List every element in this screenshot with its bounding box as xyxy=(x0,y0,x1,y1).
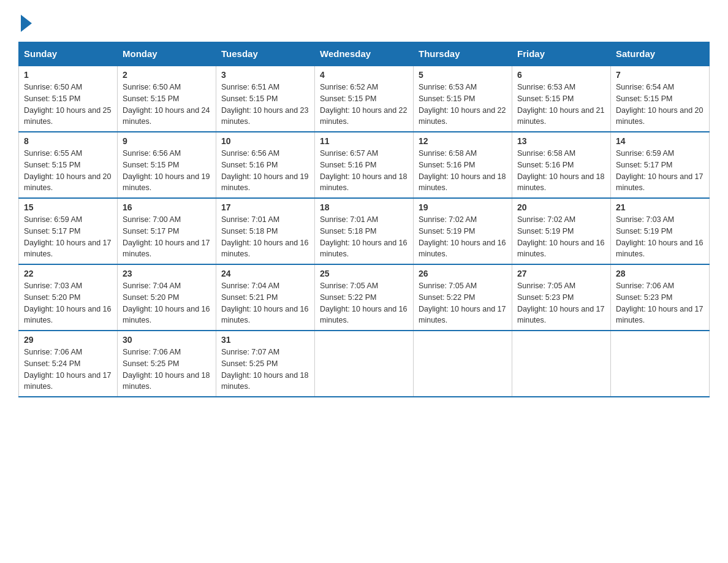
day-number: 25 xyxy=(320,269,408,278)
day-number: 11 xyxy=(320,136,408,146)
day-number: 9 xyxy=(123,136,211,146)
day-number: 1 xyxy=(24,70,112,80)
calendar-day-cell: 11 Sunrise: 6:57 AM Sunset: 5:16 PM Dayl… xyxy=(315,132,414,198)
day-number: 15 xyxy=(24,202,112,212)
calendar-week-row: 15 Sunrise: 6:59 AM Sunset: 5:17 PM Dayl… xyxy=(19,198,710,264)
calendar-day-cell: 23 Sunrise: 7:04 AM Sunset: 5:20 PM Dayl… xyxy=(118,264,216,331)
day-info: Sunrise: 6:58 AM Sunset: 5:16 PM Dayligh… xyxy=(517,148,605,194)
calendar-day-header: Tuesday xyxy=(216,42,315,66)
day-number: 29 xyxy=(24,335,112,345)
day-info: Sunrise: 7:02 AM Sunset: 5:19 PM Dayligh… xyxy=(419,214,507,260)
day-info: Sunrise: 7:01 AM Sunset: 5:18 PM Dayligh… xyxy=(320,214,408,260)
day-number: 4 xyxy=(320,70,408,80)
calendar-day-cell: 14 Sunrise: 6:59 AM Sunset: 5:17 PM Dayl… xyxy=(611,132,710,198)
day-info: Sunrise: 7:06 AM Sunset: 5:23 PM Dayligh… xyxy=(616,280,704,326)
calendar-week-row: 22 Sunrise: 7:03 AM Sunset: 5:20 PM Dayl… xyxy=(19,264,710,331)
calendar-day-cell: 3 Sunrise: 6:51 AM Sunset: 5:15 PM Dayli… xyxy=(216,66,315,132)
day-info: Sunrise: 6:51 AM Sunset: 5:15 PM Dayligh… xyxy=(221,82,309,128)
calendar-day-cell: 9 Sunrise: 6:56 AM Sunset: 5:15 PM Dayli… xyxy=(118,132,216,198)
calendar-day-cell: 1 Sunrise: 6:50 AM Sunset: 5:15 PM Dayli… xyxy=(19,66,118,132)
day-info: Sunrise: 6:54 AM Sunset: 5:15 PM Dayligh… xyxy=(616,82,704,128)
day-info: Sunrise: 6:50 AM Sunset: 5:15 PM Dayligh… xyxy=(123,82,211,128)
day-info: Sunrise: 7:06 AM Sunset: 5:25 PM Dayligh… xyxy=(123,347,211,393)
calendar-day-cell: 25 Sunrise: 7:05 AM Sunset: 5:22 PM Dayl… xyxy=(315,264,414,331)
day-info: Sunrise: 6:50 AM Sunset: 5:15 PM Dayligh… xyxy=(24,82,112,128)
day-number: 30 xyxy=(123,335,211,345)
calendar-day-cell: 20 Sunrise: 7:02 AM Sunset: 5:19 PM Dayl… xyxy=(512,198,611,264)
calendar-day-cell xyxy=(315,331,414,397)
day-number: 23 xyxy=(123,269,211,278)
day-number: 7 xyxy=(616,70,704,80)
day-number: 5 xyxy=(419,70,507,80)
day-info: Sunrise: 6:53 AM Sunset: 5:15 PM Dayligh… xyxy=(517,82,605,128)
day-info: Sunrise: 7:07 AM Sunset: 5:25 PM Dayligh… xyxy=(221,347,309,393)
calendar-day-header: Monday xyxy=(118,42,216,66)
day-info: Sunrise: 7:00 AM Sunset: 5:17 PM Dayligh… xyxy=(123,214,211,260)
day-number: 20 xyxy=(517,202,605,212)
calendar-day-cell: 7 Sunrise: 6:54 AM Sunset: 5:15 PM Dayli… xyxy=(611,66,710,132)
day-number: 14 xyxy=(616,136,704,146)
day-info: Sunrise: 7:04 AM Sunset: 5:21 PM Dayligh… xyxy=(221,280,309,326)
calendar-day-cell: 16 Sunrise: 7:00 AM Sunset: 5:17 PM Dayl… xyxy=(118,198,216,264)
day-number: 13 xyxy=(517,136,605,146)
calendar-day-cell xyxy=(512,331,611,397)
calendar-day-header: Thursday xyxy=(414,42,512,66)
calendar-day-header: Wednesday xyxy=(315,42,414,66)
calendar-day-cell: 10 Sunrise: 6:56 AM Sunset: 5:16 PM Dayl… xyxy=(216,132,315,198)
day-info: Sunrise: 7:01 AM Sunset: 5:18 PM Dayligh… xyxy=(221,214,309,260)
calendar-day-cell: 15 Sunrise: 6:59 AM Sunset: 5:17 PM Dayl… xyxy=(19,198,118,264)
calendar-day-cell: 24 Sunrise: 7:04 AM Sunset: 5:21 PM Dayl… xyxy=(216,264,315,331)
day-number: 27 xyxy=(517,269,605,278)
day-number: 22 xyxy=(24,269,112,278)
day-info: Sunrise: 6:52 AM Sunset: 5:15 PM Dayligh… xyxy=(320,82,408,128)
day-info: Sunrise: 6:59 AM Sunset: 5:17 PM Dayligh… xyxy=(616,148,704,194)
calendar-day-cell: 2 Sunrise: 6:50 AM Sunset: 5:15 PM Dayli… xyxy=(118,66,216,132)
day-number: 19 xyxy=(419,202,507,212)
calendar-week-row: 1 Sunrise: 6:50 AM Sunset: 5:15 PM Dayli… xyxy=(19,66,710,132)
calendar-week-row: 8 Sunrise: 6:55 AM Sunset: 5:15 PM Dayli… xyxy=(19,132,710,198)
day-number: 3 xyxy=(221,70,309,80)
day-info: Sunrise: 7:04 AM Sunset: 5:20 PM Dayligh… xyxy=(123,280,211,326)
page-header xyxy=(18,12,710,29)
calendar-day-cell: 12 Sunrise: 6:58 AM Sunset: 5:16 PM Dayl… xyxy=(414,132,512,198)
day-number: 28 xyxy=(616,269,704,278)
day-info: Sunrise: 7:02 AM Sunset: 5:19 PM Dayligh… xyxy=(517,214,605,260)
calendar-day-cell: 21 Sunrise: 7:03 AM Sunset: 5:19 PM Dayl… xyxy=(611,198,710,264)
day-number: 10 xyxy=(221,136,309,146)
calendar-table: SundayMondayTuesdayWednesdayThursdayFrid… xyxy=(18,42,710,397)
day-number: 12 xyxy=(419,136,507,146)
calendar-day-cell: 26 Sunrise: 7:05 AM Sunset: 5:22 PM Dayl… xyxy=(414,264,512,331)
day-number: 24 xyxy=(221,269,309,278)
day-number: 26 xyxy=(419,269,507,278)
day-number: 21 xyxy=(616,202,704,212)
calendar-day-cell: 18 Sunrise: 7:01 AM Sunset: 5:18 PM Dayl… xyxy=(315,198,414,264)
calendar-day-header: Saturday xyxy=(611,42,710,66)
day-number: 18 xyxy=(320,202,408,212)
day-number: 2 xyxy=(123,70,211,80)
day-info: Sunrise: 7:03 AM Sunset: 5:19 PM Dayligh… xyxy=(616,214,704,260)
day-number: 17 xyxy=(221,202,309,212)
calendar-day-cell xyxy=(611,331,710,397)
day-info: Sunrise: 6:53 AM Sunset: 5:15 PM Dayligh… xyxy=(419,82,507,128)
calendar-day-cell: 19 Sunrise: 7:02 AM Sunset: 5:19 PM Dayl… xyxy=(414,198,512,264)
day-number: 16 xyxy=(123,202,211,212)
calendar-day-cell: 8 Sunrise: 6:55 AM Sunset: 5:15 PM Dayli… xyxy=(19,132,118,198)
day-number: 31 xyxy=(221,335,309,345)
day-info: Sunrise: 7:05 AM Sunset: 5:22 PM Dayligh… xyxy=(320,280,408,326)
calendar-day-cell: 29 Sunrise: 7:06 AM Sunset: 5:24 PM Dayl… xyxy=(19,331,118,397)
calendar-day-cell: 13 Sunrise: 6:58 AM Sunset: 5:16 PM Dayl… xyxy=(512,132,611,198)
day-info: Sunrise: 6:55 AM Sunset: 5:15 PM Dayligh… xyxy=(24,148,112,194)
calendar-week-row: 29 Sunrise: 7:06 AM Sunset: 5:24 PM Dayl… xyxy=(19,331,710,397)
day-number: 8 xyxy=(24,136,112,146)
day-info: Sunrise: 6:59 AM Sunset: 5:17 PM Dayligh… xyxy=(24,214,112,260)
day-info: Sunrise: 7:05 AM Sunset: 5:22 PM Dayligh… xyxy=(419,280,507,326)
day-info: Sunrise: 6:58 AM Sunset: 5:16 PM Dayligh… xyxy=(419,148,507,194)
calendar-day-cell: 4 Sunrise: 6:52 AM Sunset: 5:15 PM Dayli… xyxy=(315,66,414,132)
calendar-day-header: Sunday xyxy=(19,42,118,66)
calendar-day-cell: 30 Sunrise: 7:06 AM Sunset: 5:25 PM Dayl… xyxy=(118,331,216,397)
calendar-day-cell: 6 Sunrise: 6:53 AM Sunset: 5:15 PM Dayli… xyxy=(512,66,611,132)
day-info: Sunrise: 6:56 AM Sunset: 5:16 PM Dayligh… xyxy=(221,148,309,194)
day-info: Sunrise: 6:57 AM Sunset: 5:16 PM Dayligh… xyxy=(320,148,408,194)
day-info: Sunrise: 7:05 AM Sunset: 5:23 PM Dayligh… xyxy=(517,280,605,326)
calendar-day-cell: 28 Sunrise: 7:06 AM Sunset: 5:23 PM Dayl… xyxy=(611,264,710,331)
